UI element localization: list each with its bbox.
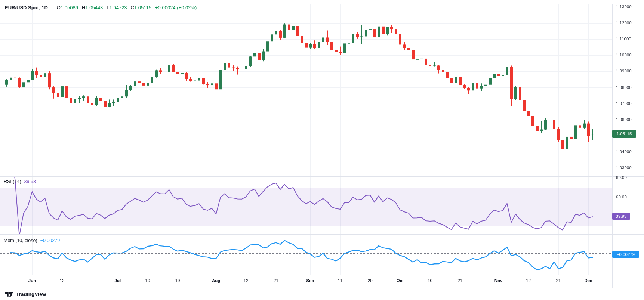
time-axis-label: 21: [550, 278, 567, 283]
time-axis-label: Dec: [580, 278, 597, 283]
price-axis-label: 1.13000: [616, 4, 632, 9]
open-value: 1.05089: [61, 5, 78, 10]
price-axis-label: 1.09000: [616, 69, 632, 73]
time-axis-label: 19: [169, 278, 186, 283]
time-axis[interactable]: Jun12Jul1019Aug1221Sep1120Oct1021Nov1221…: [0, 275, 612, 288]
time-axis-label: Oct: [392, 278, 408, 283]
tradingview-brand-text: TradingView: [16, 291, 46, 297]
momentum-title[interactable]: Mom (10, close): [4, 238, 37, 243]
time-axis-label: 11: [332, 278, 348, 283]
price-axis-label: 1.06000: [616, 117, 632, 122]
time-axis-label: 12: [54, 278, 70, 283]
time-axis-label: 12: [238, 278, 254, 283]
momentum-pane-legend: Mom (10, close)−0.00279: [4, 238, 60, 243]
price-axis-label: 1.11000: [616, 37, 631, 41]
high-label: H: [82, 5, 85, 10]
close-value: 1.05115: [134, 5, 151, 10]
price-axis-label: 1.03000: [616, 166, 632, 170]
time-axis-label: 10: [139, 278, 156, 283]
rsi-axis-label: 60.00: [616, 195, 627, 199]
time-axis-label: 12: [520, 278, 537, 283]
price-axis[interactable]: 1.05115 39.93 −0.00279 1.130001.120001.1…: [612, 0, 644, 288]
tradingview-logo-icon: [5, 291, 13, 298]
price-axis-label: 1.07000: [616, 101, 632, 106]
rsi-axis-label: 80.00: [616, 175, 627, 180]
price-chart-canvas[interactable]: [0, 0, 644, 300]
open-label: O: [57, 5, 61, 10]
time-axis-label: 20: [362, 278, 378, 283]
momentum-value-badge: −0.00279: [612, 251, 639, 258]
current-price-badge: 1.05115: [612, 130, 636, 138]
time-axis-label: 10: [422, 278, 438, 283]
high-value: 1.05443: [85, 5, 103, 10]
rsi-value: 39.93: [24, 179, 36, 184]
rsi-value-badge: 39.93: [612, 213, 630, 220]
time-axis-label: Jun: [24, 278, 40, 283]
symbol-title[interactable]: EUR/USD Spot, 1D: [5, 5, 48, 10]
rsi-pane-legend: RSI (14)39.93: [4, 179, 36, 184]
low-label: L: [107, 5, 109, 10]
time-axis-label: 21: [268, 278, 284, 283]
time-axis-label: Jul: [110, 278, 126, 283]
rsi-title[interactable]: RSI (14): [4, 179, 21, 184]
chart-legend: EUR/USD Spot, 1DO1.05089H1.05443L1.04723…: [5, 5, 197, 10]
time-axis-label: 21: [452, 278, 468, 283]
time-axis-label: Sep: [302, 278, 318, 283]
price-axis-label: 1.08000: [616, 85, 632, 90]
close-label: C: [131, 5, 134, 10]
price-axis-label: 1.04000: [616, 149, 632, 154]
tradingview-chart-widget: { "header": { "symbol": "EUR/USD Spot, 1…: [0, 0, 644, 300]
tradingview-attribution-link[interactable]: TradingView: [5, 291, 46, 298]
change-value: +0.00024 (+0.02%): [155, 5, 197, 10]
price-axis-label: 1.12000: [616, 21, 632, 25]
momentum-value: −0.00279: [40, 238, 60, 243]
time-axis-label: Nov: [490, 278, 507, 283]
footer-bar: TradingView: [0, 288, 644, 300]
price-axis-label: 1.10000: [616, 53, 632, 57]
low-value: 1.04723: [110, 5, 127, 10]
time-axis-label: Aug: [208, 278, 224, 283]
